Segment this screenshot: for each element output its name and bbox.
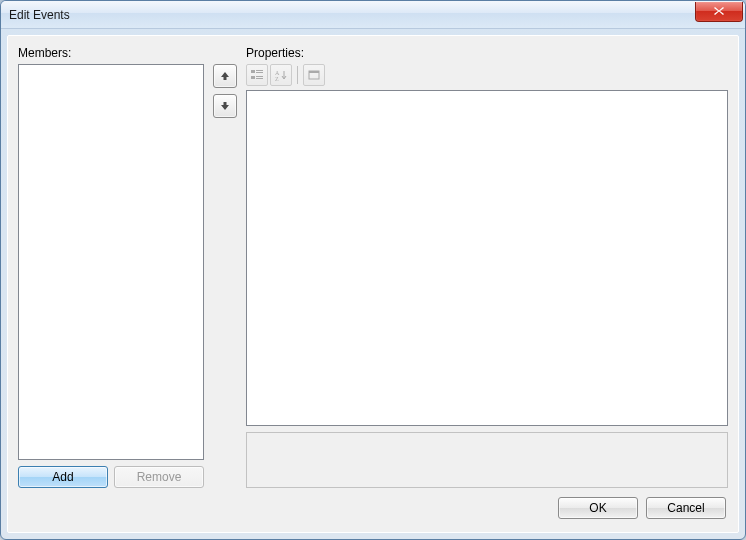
reorder-buttons <box>212 46 238 488</box>
titlebar[interactable]: Edit Events <box>1 1 745 29</box>
remove-button: Remove <box>114 466 204 488</box>
members-label: Members: <box>18 46 204 60</box>
move-down-button[interactable] <box>213 94 237 118</box>
property-pages-icon <box>307 68 321 82</box>
svg-rect-2 <box>256 72 263 73</box>
arrow-down-icon <box>220 101 230 111</box>
categorized-icon <box>250 68 264 82</box>
svg-rect-9 <box>309 71 319 73</box>
alphabetical-button[interactable]: A Z <box>270 64 292 86</box>
property-grid[interactable] <box>246 90 728 426</box>
categorized-button[interactable] <box>246 64 268 86</box>
ok-button[interactable]: OK <box>558 497 638 519</box>
members-buttons: Add Remove <box>18 466 204 488</box>
dialog-footer: OK Cancel <box>18 488 728 520</box>
description-pane <box>246 432 728 488</box>
arrow-up-icon <box>220 71 230 81</box>
close-button[interactable] <box>695 2 743 22</box>
svg-rect-3 <box>251 76 255 79</box>
svg-rect-0 <box>251 70 255 73</box>
edit-events-dialog: Edit Events Members: Add Remove <box>0 0 746 540</box>
property-pages-button[interactable] <box>303 64 325 86</box>
properties-panel: Properties: A <box>246 46 728 488</box>
cancel-button[interactable]: Cancel <box>646 497 726 519</box>
properties-label: Properties: <box>246 46 728 60</box>
move-up-button[interactable] <box>213 64 237 88</box>
client-area: Members: Add Remove <box>7 35 739 533</box>
members-panel: Members: Add Remove <box>18 46 204 488</box>
toolbar-separator <box>297 66 298 84</box>
alphabetical-icon: A Z <box>274 68 288 82</box>
main-panels: Members: Add Remove <box>18 46 728 488</box>
svg-rect-4 <box>256 76 263 77</box>
members-list[interactable] <box>18 64 204 460</box>
svg-text:Z: Z <box>275 76 279 82</box>
window-title: Edit Events <box>9 8 70 22</box>
add-button[interactable]: Add <box>18 466 108 488</box>
svg-rect-5 <box>256 78 263 79</box>
properties-toolbar: A Z <box>246 64 728 86</box>
close-icon <box>713 6 725 16</box>
svg-rect-1 <box>256 70 263 71</box>
